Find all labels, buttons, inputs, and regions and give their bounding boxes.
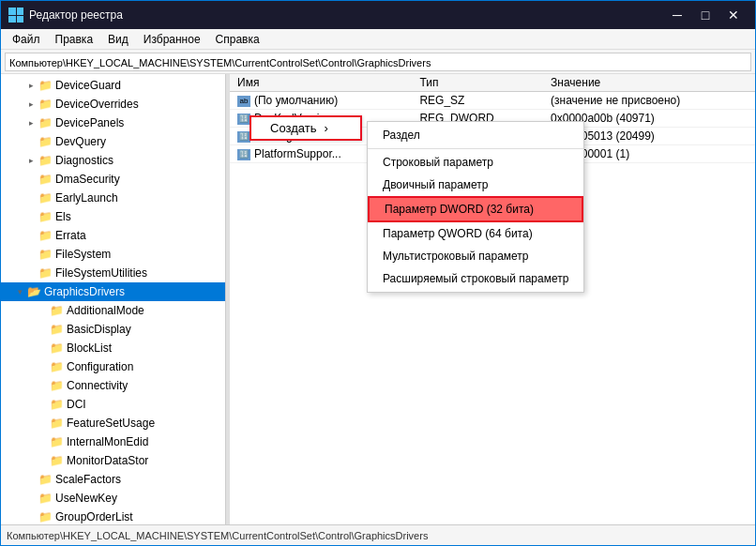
tree-label: FileSystemUtilities (55, 266, 147, 280)
maximize-button[interactable]: □ (691, 1, 719, 29)
col-type: Тип (412, 74, 543, 92)
tree-label: MonitorDataStor (67, 454, 148, 467)
tree-item-els[interactable]: 📁Els (1, 207, 225, 226)
tree-label: Connectivity (67, 379, 128, 392)
menu-item-справка[interactable]: Справка (208, 29, 267, 50)
reg-type: REG_SZ (412, 92, 543, 110)
folder-icon: 📁 (38, 229, 53, 242)
close-button[interactable]: ✕ (719, 1, 748, 29)
tree-item-dci[interactable]: 📁DCI (1, 395, 225, 414)
table-row[interactable]: ab(По умолчанию)REG_SZ(значение не присв… (230, 92, 755, 110)
context-menu-item[interactable]: Параметр DWORD (32 бита) (368, 196, 583, 222)
menu-item-вид[interactable]: Вид (100, 29, 136, 50)
tree-item-graphicsdrivers[interactable]: ▾📂GraphicsDrivers (1, 282, 225, 301)
title-bar-controls: ─ □ ✕ (663, 1, 748, 29)
tree-item-configuration[interactable]: 📁Configuration (1, 357, 225, 376)
folder-icon: 📁 (50, 341, 64, 355)
col-name: Имя (230, 74, 412, 92)
tree-item-basicdisplay[interactable]: 📁BasicDisplay (1, 320, 225, 339)
context-menu-item[interactable]: Расширяемый строковый параметр (368, 267, 583, 290)
folder-icon: 📁 (38, 98, 53, 111)
context-menu-item[interactable]: Строковый параметр (368, 151, 583, 174)
tree-expander-icon (23, 228, 38, 243)
tree-expander-icon (23, 265, 38, 281)
tree-label: BlockList (67, 341, 112, 355)
tree-item-filesystemutilities[interactable]: 📁FileSystemUtilities (1, 264, 225, 282)
folder-icon: 📁 (38, 191, 53, 205)
menu-item-правка[interactable]: Правка (48, 29, 101, 50)
folder-icon: 📁 (38, 79, 53, 92)
tree-item-devquery[interactable]: 📁DevQuery (1, 132, 225, 151)
tree-label: UseNewKey (55, 492, 117, 505)
tree-item-dmasecurity[interactable]: 📁DmaSecurity (1, 170, 225, 189)
tree-item-devicepanels[interactable]: ▸📁DevicePanels (1, 114, 225, 132)
tree-item-deviceguard[interactable]: ▸📁DeviceGuard (1, 76, 225, 95)
window-title: Редактор реестра (29, 8, 663, 22)
main-content: ▸📁DeviceGuard▸📁DeviceOverrides▸📁DevicePa… (1, 74, 755, 524)
context-menu-separator (368, 148, 583, 149)
tree-item-earlylaunch[interactable]: 📁EarlyLaunch (1, 189, 225, 207)
folder-icon: 📁 (38, 154, 53, 167)
folder-icon: 📁 (50, 417, 64, 430)
tree-item-scalefactors[interactable]: 📁ScaleFactors (1, 470, 225, 489)
address-bar: Компьютер\HKEY_LOCAL_MACHINE\SYSTEM\Curr… (1, 50, 755, 74)
folder-icon: 📁 (50, 304, 64, 317)
address-path[interactable]: Компьютер\HKEY_LOCAL_MACHINE\SYSTEM\Curr… (5, 53, 751, 71)
reg-value: (значение не присвоено) (543, 92, 755, 110)
folder-icon: 📁 (38, 266, 53, 280)
tree-expander-icon: ▸ (23, 97, 38, 112)
status-bar: Компьютер\HKEY_LOCAL_MACHINE\SYSTEM\Curr… (1, 524, 755, 545)
menu-item-избранное[interactable]: Избранное (136, 29, 208, 50)
tree-label: DevicePanels (55, 116, 124, 129)
tree-label: Errata (55, 229, 86, 242)
menu-item-файл[interactable]: Файл (5, 29, 48, 50)
tree-item-internalmonedid[interactable]: 📁InternalMonEdid (1, 432, 225, 451)
tree-label: BasicDisplay (67, 323, 131, 336)
tree-expander-icon: ▸ (23, 78, 38, 93)
tree-label: DmaSecurity (55, 173, 120, 186)
tree-expander-icon (23, 209, 38, 224)
tree-item-monitordatastor[interactable]: 📁MonitorDataStor (1, 451, 225, 470)
minimize-button[interactable]: ─ (663, 1, 691, 29)
status-text: Компьютер\HKEY_LOCAL_MACHINE\SYSTEM\Curr… (7, 530, 428, 541)
tree-expander-icon (35, 434, 50, 449)
folder-icon: 📁 (38, 492, 53, 505)
tree-item-deviceoverrides[interactable]: ▸📁DeviceOverrides (1, 95, 225, 114)
create-button[interactable]: Создать › (249, 115, 362, 141)
tree-label: GroupOrderList (55, 510, 133, 523)
tree-item-additionalmode[interactable]: 📁AdditionalMode (1, 301, 225, 320)
tree-item-featuresetusage[interactable]: 📁FeatureSetUsage (1, 414, 225, 432)
tree-label: FeatureSetUsage (67, 417, 155, 430)
context-menu-item[interactable]: Двоичный параметр (368, 174, 583, 196)
context-menu-item[interactable]: Мультистроковый параметр (368, 245, 583, 267)
tree-label: Els (55, 210, 71, 223)
context-menu-item[interactable]: Параметр QWORD (64 бита) (368, 222, 583, 245)
tree-label: DeviceOverrides (55, 98, 139, 111)
tree-item-blocklist[interactable]: 📁BlockList (1, 339, 225, 357)
folder-icon: 📁 (38, 135, 53, 148)
tree-item-connectivity[interactable]: 📁Connectivity (1, 376, 225, 395)
tree-expander-icon (35, 322, 50, 337)
tree-item-grouporderlist[interactable]: 📁GroupOrderList (1, 508, 225, 524)
tree-item-diagnostics[interactable]: ▸📁Diagnostics (1, 151, 225, 170)
folder-icon: 📁 (38, 116, 53, 129)
registry-editor-window: Редактор реестра ─ □ ✕ ФайлПравкаВидИзбр… (0, 0, 756, 546)
folder-icon: 📁 (38, 248, 53, 261)
tree-label: DeviceGuard (55, 79, 121, 92)
tree-expander-icon (23, 491, 38, 506)
tree-item-usenewkey[interactable]: 📁UseNewKey (1, 489, 225, 508)
tree-label: Diagnostics (55, 154, 113, 167)
tree-panel: ▸📁DeviceGuard▸📁DeviceOverrides▸📁DevicePa… (1, 74, 226, 524)
context-menu-item[interactable]: Раздел (368, 124, 583, 146)
tree-item-filesystem[interactable]: 📁FileSystem (1, 245, 225, 264)
tree-label: DCI (67, 398, 86, 411)
title-bar: Редактор реестра ─ □ ✕ (1, 1, 755, 29)
tree-label: InternalMonEdid (67, 435, 148, 448)
tree-item-errata[interactable]: 📁Errata (1, 226, 225, 245)
context-menu: РазделСтроковый параметрДвоичный парамет… (367, 121, 584, 293)
folder-icon: 📁 (50, 360, 64, 373)
tree-label: Configuration (67, 360, 133, 373)
tree-expander-icon: ▸ (23, 153, 38, 168)
folder-icon: 📁 (38, 510, 53, 523)
tree-label: FileSystem (55, 248, 111, 261)
